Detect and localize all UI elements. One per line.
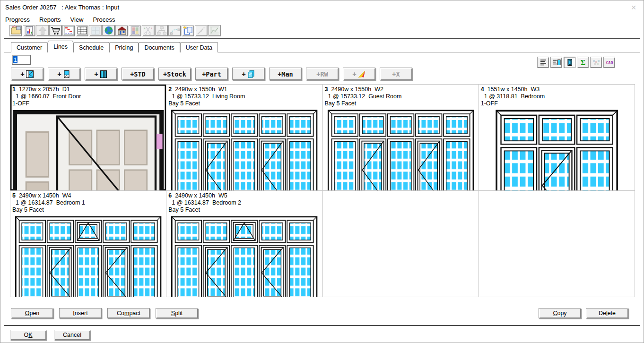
copy-button[interactable]: Copy — [539, 308, 581, 318]
add-arrow-button[interactable]: + — [343, 68, 375, 80]
view-text-lines-icon[interactable] — [537, 57, 549, 68]
line-drawing — [12, 216, 164, 297]
add-part-button[interactable]: +Part — [195, 68, 228, 80]
line-number: 5 — [12, 192, 16, 199]
line-cell-5[interactable]: 5 2490w x 1450h W41 @ 16314.87 Bedroom 1… — [10, 191, 166, 297]
line-header: 3 2490w x 1550h W2 — [325, 86, 477, 93]
window-pale-icon[interactable] — [89, 25, 102, 36]
add-casement-button[interactable]: + — [11, 68, 44, 80]
window-title: Sales Order J0257 : Alex Thomas : Input — [5, 4, 119, 11]
menu-item-view[interactable]: View — [66, 15, 88, 25]
table-icon[interactable] — [76, 25, 88, 36]
tab-pricing[interactable]: Pricing — [109, 42, 139, 52]
line-cell-2[interactable]: 2 2490w x 1550h W11 @ 15733.12 Living Ro… — [166, 85, 322, 190]
network-icon[interactable] — [155, 25, 168, 36]
glazing-icon[interactable] — [129, 25, 141, 36]
view-dither-icon[interactable] — [590, 57, 602, 68]
menu-bar: ProgressReportsViewProcess — [0, 14, 644, 25]
line-cell-3[interactable]: 3 2490w x 1550h W21 @ 15733.12 Guest Roo… — [323, 85, 479, 190]
line-ref: W1 — [218, 86, 227, 93]
line-header: 5 2490w x 1450h W4 — [12, 192, 164, 199]
insert-button[interactable]: Insert — [59, 308, 102, 318]
tab-user-data[interactable]: User Data — [180, 42, 218, 52]
line-note: 1-OFF — [12, 100, 164, 107]
tab-documents[interactable]: Documents — [139, 42, 180, 52]
line-number: 4 — [481, 86, 484, 93]
line-header: 6 2490w x 1450h W5 — [168, 192, 320, 199]
line-ref: W3 — [531, 86, 540, 93]
line-price: 1 @ 16314.87 Bedroom 1 — [12, 199, 164, 206]
add-vent-button[interactable]: + — [48, 68, 80, 80]
add-button-label: +RW — [316, 70, 328, 78]
add-x-button[interactable]: +X — [380, 68, 412, 80]
vent-icon — [62, 70, 71, 78]
purchase-icon[interactable] — [49, 25, 62, 36]
footer-separator — [4, 325, 640, 326]
line-cell-4[interactable]: 4 1551w x 1450h W31 @ 3118.81 Bedroom1-O… — [479, 85, 635, 190]
close-icon[interactable]: ✕ — [627, 3, 640, 12]
add-button-label: +Stock — [163, 70, 186, 78]
menu-item-process[interactable]: Process — [88, 15, 120, 25]
line-number-input[interactable]: 1 — [12, 55, 31, 65]
compact-button[interactable]: Compact — [107, 308, 150, 318]
line-note: 1-OFF — [481, 100, 633, 107]
add-stock-button[interactable]: +Stock — [158, 68, 191, 80]
title-bar: Sales Order J0257 : Alex Thomas : Input … — [0, 0, 644, 14]
menu-item-reports[interactable]: Reports — [35, 15, 66, 25]
line-drawing — [325, 110, 477, 190]
lines-grid: 1 1270w x 2057h D11 @ 1660.07 Front Door… — [10, 84, 635, 297]
line-drawing — [12, 110, 164, 190]
empty-cell[interactable] — [323, 191, 479, 297]
line-actions-right: Copy Delete — [539, 308, 628, 318]
line-ref: W2 — [374, 86, 383, 93]
open-order-icon[interactable] — [9, 25, 22, 36]
line-header: 4 1551w x 1450h W3 — [481, 86, 633, 93]
copy-doc-icon[interactable] — [182, 25, 194, 36]
delete-button[interactable]: Delete — [586, 308, 628, 318]
view-cad-icon[interactable]: CAD — [603, 57, 615, 68]
add-frame-grid-button[interactable]: + — [85, 68, 117, 80]
dialog-buttons: OK Cancel — [10, 330, 90, 340]
tab-lines[interactable]: Lines — [48, 41, 73, 52]
promote-icon[interactable] — [36, 25, 49, 36]
schedule-icon[interactable] — [62, 25, 75, 36]
line-price: 1 @ 3118.81 Bedroom — [481, 93, 633, 100]
tab-customer[interactable]: Customer — [11, 42, 48, 52]
tab-schedule[interactable]: Schedule — [73, 42, 109, 52]
line-drawing — [168, 110, 320, 190]
graph-icon[interactable] — [208, 25, 221, 36]
add-button-label: +STD — [130, 70, 146, 78]
svg-text:Σ: Σ — [580, 59, 585, 67]
line-number-value: 1 — [13, 56, 17, 63]
view-sigma-icon[interactable]: Σ — [577, 57, 589, 68]
empty-cell[interactable] — [479, 191, 635, 297]
line-note: Bay 5 Facet — [168, 206, 320, 213]
line-dimensions: 2490w x 1450h — [19, 192, 59, 199]
route-icon[interactable] — [168, 25, 181, 36]
line-cell-6[interactable]: 6 2490w x 1450h W51 @ 16314.87 Bedroom 2… — [166, 191, 322, 297]
menu-item-progress[interactable]: Progress — [0, 15, 35, 25]
survey-icon[interactable] — [115, 25, 128, 36]
line-dimensions: 2490w x 1550h — [175, 86, 215, 93]
toolbar-separator — [4, 38, 640, 39]
split-button[interactable]: Split — [156, 308, 198, 318]
svg-text:CAD: CAD — [606, 61, 613, 65]
line-note: Bay 5 Facet — [325, 100, 477, 107]
line-drawing — [168, 216, 320, 297]
ok-button[interactable]: OK — [10, 330, 46, 340]
cutting-icon[interactable] — [142, 25, 155, 36]
wizard-icon[interactable] — [195, 25, 208, 36]
view-window-icon[interactable] — [564, 57, 575, 68]
add-man-button[interactable]: +Man — [269, 68, 302, 80]
add-std-button[interactable]: +STD — [122, 68, 154, 80]
line-cell-1[interactable]: 1 1270w x 2057h D11 @ 1660.07 Front Door… — [10, 85, 166, 190]
globe-icon[interactable] — [102, 25, 115, 36]
arrow-icon — [357, 70, 366, 78]
add-rw-button[interactable]: +RW — [306, 68, 339, 80]
open-button[interactable]: Open — [11, 308, 53, 318]
add-button-label: +X — [392, 70, 400, 78]
add-glass-button[interactable]: + — [232, 68, 265, 80]
cancel-button[interactable]: Cancel — [54, 330, 90, 340]
view-lines-window-icon[interactable] — [550, 57, 562, 68]
report-icon[interactable] — [23, 25, 35, 36]
